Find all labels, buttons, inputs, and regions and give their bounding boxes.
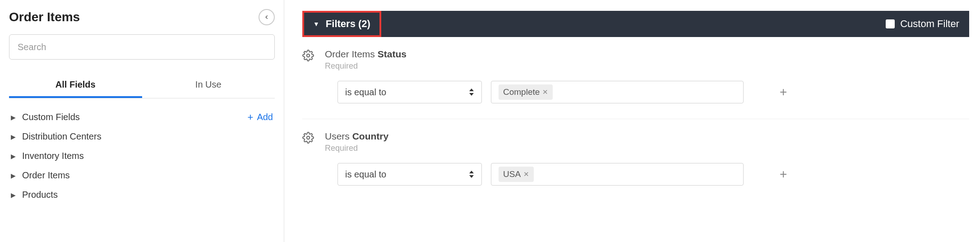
sidebar: Order Items All Fields In Use ▶ Custom F… [0, 0, 284, 242]
filter-title: Users Country [325, 131, 388, 142]
chevron-right-icon: ▶ [11, 153, 16, 160]
chevron-right-icon: ▶ [11, 114, 16, 121]
gear-icon[interactable] [302, 50, 314, 61]
gear-icon[interactable] [302, 132, 314, 144]
category-label: Order Items [22, 170, 70, 181]
operator-select[interactable]: is equal to [337, 163, 482, 186]
category-label: Distribution Centers [22, 131, 102, 142]
chevron-right-icon: ▶ [11, 172, 16, 179]
filters-bar: ▼ Filters (2) Custom Filter [302, 11, 969, 37]
svg-point-3 [307, 136, 310, 140]
svg-marker-5 [469, 175, 474, 178]
filter-subtitle: Required [325, 144, 388, 153]
sort-icon [469, 88, 474, 96]
remove-chip-icon[interactable]: ✕ [523, 170, 529, 178]
sidebar-tabs: All Fields In Use [9, 73, 275, 98]
svg-marker-4 [469, 171, 474, 173]
add-condition-button[interactable]: + [780, 168, 787, 181]
operator-select[interactable]: is equal to [337, 81, 482, 103]
category-label: Custom Fields [22, 112, 80, 122]
chevron-right-icon: ▶ [11, 133, 16, 140]
plus-icon: + [780, 167, 787, 181]
category-custom-fields[interactable]: ▶ Custom Fields + Add [9, 107, 275, 127]
add-condition-button[interactable]: + [780, 86, 787, 98]
filter-block-status: Order Items Status Required is equal to … [302, 37, 969, 119]
page-title: Order Items [9, 10, 80, 24]
svg-point-0 [307, 54, 310, 57]
main: ▼ Filters (2) Custom Filter Order Items … [284, 0, 980, 242]
remove-chip-icon[interactable]: ✕ [542, 88, 548, 96]
add-custom-field-button[interactable]: + Add [248, 112, 273, 122]
svg-marker-1 [469, 88, 474, 91]
category-inventory-items[interactable]: ▶ Inventory Items [9, 146, 275, 166]
chevron-right-icon: ▶ [11, 191, 16, 199]
value-chip: USA ✕ [499, 167, 534, 182]
svg-marker-2 [469, 93, 474, 96]
filter-subtitle: Required [325, 61, 407, 71]
tab-all-fields[interactable]: All Fields [9, 73, 142, 98]
filter-block-country: Users Country Required is equal to USA ✕ [302, 119, 969, 201]
value-chip: Complete ✕ [499, 84, 553, 100]
collapse-sidebar-button[interactable] [259, 9, 275, 25]
category-order-items[interactable]: ▶ Order Items [9, 166, 275, 185]
search-input[interactable] [9, 34, 275, 60]
checkbox-icon [886, 19, 895, 28]
plus-icon: + [780, 85, 787, 99]
sort-icon [469, 171, 474, 178]
value-input[interactable]: USA ✕ [491, 163, 744, 186]
chevron-down-icon: ▼ [313, 20, 319, 28]
chevron-left-icon [263, 14, 270, 20]
category-label: Products [22, 190, 58, 200]
filter-title: Order Items Status [325, 49, 407, 60]
custom-filter-toggle[interactable]: Custom Filter [886, 18, 959, 30]
value-input[interactable]: Complete ✕ [491, 81, 744, 103]
category-distribution-centers[interactable]: ▶ Distribution Centers [9, 127, 275, 146]
filters-toggle[interactable]: ▼ Filters (2) [302, 11, 381, 37]
category-label: Inventory Items [22, 151, 84, 161]
plus-icon: + [248, 112, 254, 122]
category-list: ▶ Custom Fields + Add ▶ Distribution Cen… [9, 107, 275, 205]
tab-in-use[interactable]: In Use [142, 73, 275, 98]
category-products[interactable]: ▶ Products [9, 185, 275, 205]
